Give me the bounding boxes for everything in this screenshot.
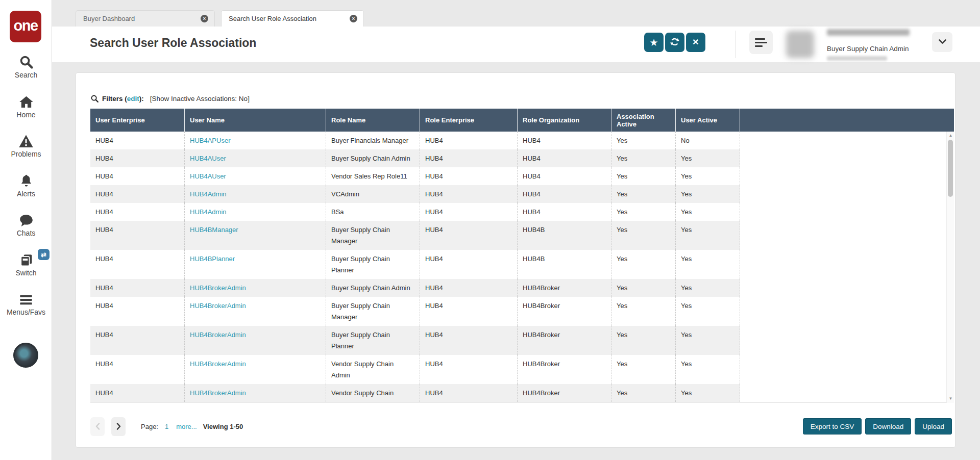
cell-user-enterprise: HUB4: [90, 355, 185, 384]
current-page-number[interactable]: 1: [165, 423, 168, 430]
bell-icon: [0, 173, 52, 188]
user-name-link[interactable]: HUB4BrokerAdmin: [190, 284, 246, 292]
cell-user-name: HUB4Admin: [185, 203, 326, 221]
cell-user-name: HUB4BrokerAdmin: [185, 297, 326, 326]
cell-role-name: BSa: [326, 203, 420, 221]
scroll-down-arrow[interactable]: ▼: [947, 395, 954, 402]
table-row: HUB4HUB4BManagerBuyer Supply Chain Manag…: [90, 221, 740, 250]
user-name-link[interactable]: HUB4Admin: [190, 208, 227, 216]
cell-association-active: Yes: [611, 185, 676, 203]
cell-role-name: Buyer Supply Chain Manager: [326, 221, 420, 250]
tab-search-user-role-association[interactable]: Search User Role Association ×: [221, 10, 364, 28]
switch-swap-badge[interactable]: ⇄: [38, 249, 50, 260]
column-header-user-name[interactable]: User Name: [185, 109, 326, 132]
cell-user-enterprise: HUB4: [90, 149, 185, 167]
sidebar-item-alerts[interactable]: Alerts: [0, 173, 52, 198]
cell-role-name: Buyer Supply Chain Manager: [326, 297, 420, 326]
cell-association-active: Yes: [611, 250, 676, 279]
cell-user-enterprise: HUB4: [90, 279, 185, 297]
scrollbar-thumb[interactable]: [948, 140, 953, 197]
cell-user-active: Yes: [676, 167, 740, 185]
cell-user-active: Yes: [676, 384, 740, 402]
more-pages-link[interactable]: more...: [176, 423, 197, 430]
quick-menu-button[interactable]: ★: [749, 31, 773, 54]
user-name-link[interactable]: HUB4APUser: [190, 137, 230, 144]
sidebar-item-problems[interactable]: Problems: [0, 133, 52, 158]
cell-association-active: Yes: [611, 326, 676, 355]
sidebar-item-switch[interactable]: ⇄ Switch: [0, 252, 52, 277]
favorite-button[interactable]: ★: [644, 33, 664, 52]
close-icon: ×: [693, 36, 699, 48]
user-name-link[interactable]: HUB4BrokerAdmin: [190, 331, 246, 339]
cell-role-name: Vendor Sales Rep Role11: [326, 167, 420, 185]
filters-summary: [Show Inactive Associations: No]: [150, 95, 250, 103]
column-header-role-organization[interactable]: Role Organization: [518, 109, 611, 132]
close-screen-button[interactable]: ×: [686, 33, 705, 52]
cell-user-enterprise: HUB4: [90, 167, 185, 185]
cell-user-name: HUB4AUser: [185, 149, 326, 167]
previous-page-button[interactable]: [90, 417, 105, 436]
cell-user-name: HUB4BrokerAdmin: [185, 355, 326, 384]
column-header-user-active[interactable]: User Active: [676, 109, 740, 132]
scroll-up-arrow[interactable]: ▲: [947, 132, 954, 139]
sidebar-item-menus-favs[interactable]: Menus/Favs: [0, 291, 52, 316]
user-avatar-blurred[interactable]: [786, 31, 814, 58]
cell-role-enterprise: HUB4: [420, 167, 518, 185]
upload-button[interactable]: Upload: [915, 418, 952, 435]
user-name-link[interactable]: HUB4BrokerAdmin: [190, 302, 246, 310]
column-header-association-active[interactable]: Association Active: [611, 109, 676, 132]
cell-user-active: Yes: [676, 221, 740, 250]
cell-user-enterprise: HUB4: [90, 250, 185, 279]
column-header-user-enterprise[interactable]: User Enterprise: [90, 109, 185, 132]
star-icon: ★: [649, 37, 658, 48]
sidebar-item-home[interactable]: Home: [0, 94, 52, 119]
filters-edit-link[interactable]: edit: [127, 95, 139, 103]
user-name-link[interactable]: HUB4BrokerAdmin: [190, 360, 246, 368]
table-body: HUB4HUB4APUserBuyer Financials ManagerHU…: [90, 132, 954, 403]
one-logo[interactable]: one: [10, 11, 41, 42]
cell-role-enterprise: HUB4: [420, 355, 518, 384]
header-divider: [736, 31, 736, 58]
cell-role-organization: HUB4Broker: [518, 355, 611, 384]
user-name-link[interactable]: HUB4AUser: [190, 155, 226, 162]
refresh-icon: [669, 36, 680, 49]
cell-user-active: Yes: [676, 250, 740, 279]
cell-role-organization: HUB4Broker: [518, 297, 611, 326]
column-header-role-name[interactable]: Role Name: [326, 109, 420, 132]
user-profile-avatar[interactable]: [13, 343, 38, 368]
tab-buyer-dashboard[interactable]: Buyer Dashboard ×: [76, 10, 215, 27]
refresh-button[interactable]: [665, 33, 684, 52]
close-icon[interactable]: ×: [350, 15, 357, 22]
cell-association-active: Yes: [611, 355, 676, 384]
sidebar-item-label: Menus/Favs: [0, 308, 52, 316]
cell-user-active: Yes: [676, 185, 740, 203]
sidebar-item-chats[interactable]: Chats: [0, 212, 52, 237]
content-card: Filters ( edit ): [Show Inactive Associa…: [76, 72, 955, 448]
column-header-filler: [740, 109, 954, 132]
download-button[interactable]: Download: [865, 418, 911, 435]
close-icon[interactable]: ×: [201, 15, 208, 22]
column-header-role-enterprise[interactable]: Role Enterprise: [420, 109, 518, 132]
sidebar-item-search[interactable]: Search: [0, 54, 52, 79]
cell-user-active: Yes: [676, 326, 740, 355]
user-name-link[interactable]: HUB4BManager: [190, 226, 238, 234]
cell-role-organization: HUB4: [518, 203, 611, 221]
user-name-link[interactable]: HUB4Admin: [190, 190, 227, 198]
next-page-button[interactable]: [111, 417, 126, 436]
table-actions: Export to CSV Download Upload: [803, 418, 952, 435]
filters-label: Filters (: [102, 95, 127, 103]
user-name-link[interactable]: HUB4AUser: [190, 172, 226, 180]
one-logo-text: one: [13, 17, 37, 34]
chevron-down-icon: [938, 38, 947, 47]
cell-user-name: HUB4BManager: [185, 221, 326, 250]
table-row: HUB4HUB4BrokerAdminBuyer Supply Chain Ad…: [90, 279, 740, 297]
cell-role-enterprise: HUB4: [420, 384, 518, 402]
export-csv-button[interactable]: Export to CSV: [803, 418, 862, 435]
user-name-link[interactable]: HUB4BPlanner: [190, 255, 235, 263]
user-menu-button[interactable]: [932, 32, 952, 52]
vertical-scrollbar[interactable]: ▲ ▼: [946, 132, 954, 403]
cell-role-organization: HUB4: [518, 149, 611, 167]
chevron-right-icon: [115, 422, 122, 430]
user-name-link[interactable]: HUB4BrokerAdmin: [190, 389, 246, 397]
cell-user-name: HUB4BPlanner: [185, 250, 326, 279]
